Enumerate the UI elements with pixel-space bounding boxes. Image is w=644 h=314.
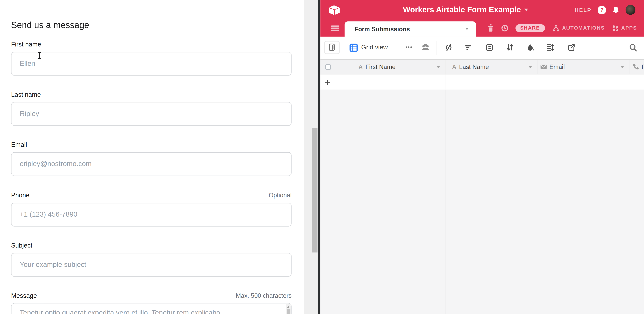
email-label: Email — [11, 141, 27, 148]
email-input[interactable] — [11, 152, 292, 176]
automations-icon — [552, 25, 560, 32]
help-question-icon[interactable]: ? — [598, 6, 606, 14]
automations-label: AUTOMATIONS — [562, 25, 605, 31]
help-button[interactable]: HELP — [575, 7, 592, 13]
screen: Send us a message First name Last name E… — [0, 0, 644, 314]
textarea-scroll-thumb[interactable] — [287, 309, 290, 314]
tabbar-actions: SHARE AUTOMATIONS — [487, 20, 637, 36]
automations-button[interactable]: AUTOMATIONS — [552, 25, 605, 32]
apps-icon — [612, 25, 619, 32]
column-separator[interactable] — [538, 60, 538, 74]
contact-form-pane: Send us a message First name Last name E… — [0, 0, 304, 314]
color-icon[interactable] — [525, 43, 535, 53]
browser-scrollbar-thumb[interactable] — [312, 128, 317, 252]
field-message: Message Max. 500 characters Tenetur opti… — [11, 292, 292, 314]
column-separator[interactable] — [446, 60, 446, 74]
filter-icon[interactable] — [463, 43, 473, 53]
share-button-label: SHARE — [520, 25, 540, 31]
scroll-up-arrow-icon[interactable] — [287, 306, 290, 308]
apps-label: APPS — [621, 25, 637, 31]
window-separator — [318, 0, 320, 314]
text-field-type-icon: A — [358, 64, 362, 69]
column-header-last-name[interactable]: A Last Name — [452, 60, 489, 74]
email-field-type-icon — [540, 64, 546, 69]
column-caret-icon[interactable] — [528, 66, 532, 68]
share-button[interactable]: SHARE — [515, 24, 545, 32]
search-icon[interactable] — [628, 43, 638, 53]
notifications-bell-icon[interactable] — [612, 6, 620, 14]
phone-field-type-icon — [632, 63, 639, 70]
view-name[interactable]: Grid view — [361, 44, 388, 51]
last-name-label: Last name — [11, 91, 41, 98]
base-title[interactable]: Workers Airtable Form Example — [403, 5, 521, 14]
hamburger-menu-icon[interactable] — [331, 26, 339, 31]
column-name: Phone — [642, 63, 644, 70]
subject-input[interactable] — [11, 253, 292, 277]
base-title-wrap[interactable]: Workers Airtable Form Example — [370, 0, 562, 20]
toolbar-divider — [437, 41, 437, 55]
view-options-ellipsis-icon[interactable] — [406, 46, 416, 49]
add-row[interactable] — [320, 75, 644, 90]
text-field-type-icon: A — [452, 64, 456, 69]
history-icon[interactable] — [500, 24, 508, 32]
field-subject: Subject — [11, 242, 292, 277]
first-name-label: First name — [11, 41, 41, 48]
airtable-header: Workers Airtable Form Example HELP ? — [320, 0, 644, 20]
grid-column-header: A First Name A Last Name Email — [320, 59, 644, 74]
table-tab-caret-icon — [465, 28, 468, 30]
subject-label: Subject — [11, 242, 32, 249]
grid-view-icon[interactable] — [349, 43, 358, 52]
phone-input[interactable] — [11, 203, 292, 227]
phone-optional-note: Optional — [268, 192, 292, 199]
group-icon[interactable] — [484, 43, 494, 53]
views-sidebar-toggle-button[interactable] — [324, 41, 340, 54]
select-all-checkbox[interactable] — [325, 64, 331, 70]
grid-body — [320, 90, 644, 314]
field-first-name: First name — [11, 41, 292, 76]
apps-button[interactable]: APPS — [612, 25, 637, 32]
textarea-scrollbar[interactable] — [286, 304, 291, 314]
frozen-column-line — [446, 90, 446, 314]
trash-icon[interactable] — [487, 25, 494, 32]
column-caret-icon[interactable] — [620, 66, 624, 68]
column-name: Email — [549, 63, 565, 70]
column-name: Last Name — [459, 63, 489, 70]
airtable-logo-icon[interactable] — [328, 5, 340, 15]
header-right-cluster: HELP ? — [575, 0, 635, 20]
column-caret-icon[interactable] — [436, 66, 440, 68]
table-tabbar: Form Submissions — [320, 20, 644, 36]
column-name: First Name — [366, 63, 396, 70]
frozen-column-line — [446, 75, 446, 90]
column-header-first-name[interactable]: A First Name — [358, 60, 396, 74]
tab-form-submissions[interactable]: Form Submissions — [344, 21, 476, 36]
view-toolbar: Grid view — [320, 36, 644, 59]
text-cursor-icon — [37, 52, 42, 59]
message-maxchars-note: Max. 500 characters — [236, 292, 292, 299]
message-label: Message — [11, 292, 37, 299]
base-title-caret-icon — [524, 9, 528, 11]
column-separator[interactable] — [630, 60, 630, 74]
message-textarea[interactable]: Tenetur optio quaerat expedita vero et i… — [11, 303, 292, 314]
table-tab-label: Form Submissions — [354, 26, 465, 33]
field-phone: Phone Optional — [11, 192, 292, 227]
first-name-input[interactable] — [11, 52, 292, 76]
user-avatar[interactable] — [626, 5, 636, 15]
field-last-name: Last name — [11, 91, 292, 126]
last-name-input[interactable] — [11, 102, 292, 126]
field-email: Email — [11, 141, 292, 176]
column-header-phone[interactable]: Phone — [632, 60, 644, 74]
collaborators-icon[interactable] — [421, 43, 431, 53]
column-header-email[interactable]: Email — [540, 60, 565, 74]
phone-label: Phone — [11, 192, 30, 199]
browser-scrollbar-track[interactable] — [304, 0, 318, 314]
add-row-plus-icon[interactable] — [325, 80, 330, 85]
form-title: Send us a message — [11, 20, 89, 31]
row-height-icon[interactable] — [545, 43, 555, 53]
share-view-icon[interactable] — [566, 43, 576, 53]
hide-fields-icon[interactable] — [444, 43, 454, 53]
sort-icon[interactable] — [505, 43, 515, 53]
sidebar-toggle-icon — [329, 44, 335, 51]
airtable-pane: Workers Airtable Form Example HELP ? For… — [320, 0, 644, 314]
